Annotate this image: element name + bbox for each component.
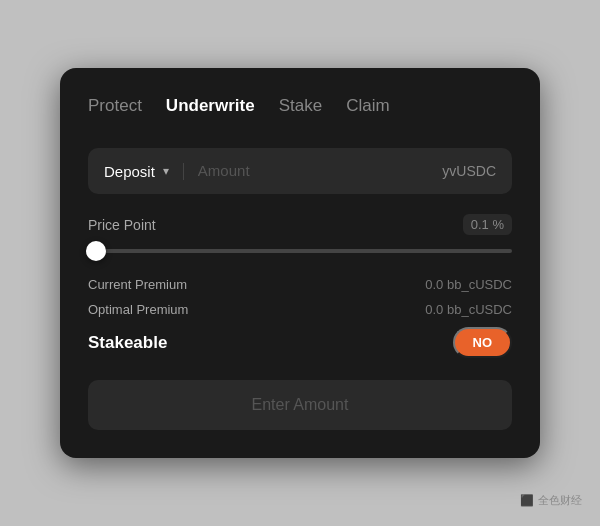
amount-input-wrapper bbox=[184, 162, 442, 180]
watermark-text: 全色财经 bbox=[538, 493, 582, 508]
deposit-select[interactable]: Deposit ▾ bbox=[104, 163, 184, 180]
watermark-icon: ⬛ bbox=[520, 494, 534, 507]
chevron-down-icon: ▾ bbox=[163, 164, 169, 178]
price-point-label: Price Point bbox=[88, 217, 156, 233]
amount-input[interactable] bbox=[198, 162, 428, 179]
slider-track bbox=[88, 249, 512, 253]
tab-protect[interactable]: Protect bbox=[88, 92, 142, 120]
current-premium-row: Current Premium 0.0 bb_cUSDC bbox=[88, 277, 512, 292]
optimal-premium-row: Optimal Premium 0.0 bb_cUSDC bbox=[88, 302, 512, 317]
tab-bar: Protect Underwrite Stake Claim bbox=[88, 92, 512, 120]
current-premium-label: Current Premium bbox=[88, 277, 187, 292]
main-card: Protect Underwrite Stake Claim Deposit ▾… bbox=[60, 68, 540, 458]
price-point-value: 0.1 % bbox=[463, 214, 512, 235]
price-point-row: Price Point 0.1 % bbox=[88, 214, 512, 235]
tab-underwrite[interactable]: Underwrite bbox=[166, 92, 255, 120]
slider-container[interactable] bbox=[88, 245, 512, 257]
current-premium-value: 0.0 bb_cUSDC bbox=[425, 277, 512, 292]
watermark: ⬛ 全色财经 bbox=[520, 493, 582, 508]
currency-label: yvUSDC bbox=[442, 163, 496, 179]
deposit-row: Deposit ▾ yvUSDC bbox=[88, 148, 512, 194]
slider-thumb[interactable] bbox=[86, 241, 106, 261]
stakeable-label: Stakeable bbox=[88, 333, 167, 353]
optimal-premium-label: Optimal Premium bbox=[88, 302, 188, 317]
stakeable-row: Stakeable NO bbox=[88, 327, 512, 358]
deposit-label: Deposit bbox=[104, 163, 155, 180]
enter-amount-button[interactable]: Enter Amount bbox=[88, 380, 512, 430]
tab-claim[interactable]: Claim bbox=[346, 92, 389, 120]
stakeable-toggle[interactable]: NO bbox=[453, 327, 513, 358]
tab-stake[interactable]: Stake bbox=[279, 92, 322, 120]
optimal-premium-value: 0.0 bb_cUSDC bbox=[425, 302, 512, 317]
